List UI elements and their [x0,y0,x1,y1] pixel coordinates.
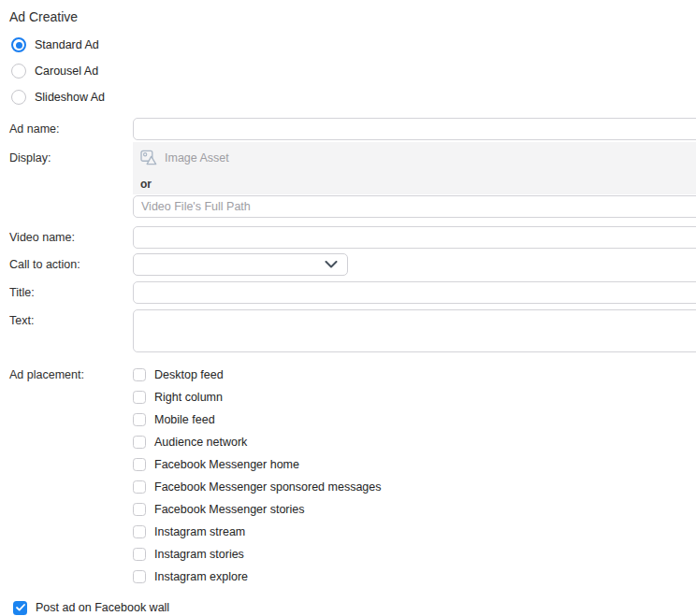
ad-name-input[interactable] [133,118,696,140]
text-label: Text: [0,309,133,356]
checkbox-label: Facebook Messenger home [154,458,299,471]
checkbox-fb-messenger-sponsored[interactable]: Facebook Messenger sponsored messages [133,480,696,494]
checkbox-label: Mobile feed [154,413,215,426]
checkbox-label: Right column [154,391,223,404]
radio-button-icon[interactable] [11,90,26,105]
text-input[interactable] [133,309,696,352]
checkbox-icon[interactable] [133,368,146,381]
checkbox-fb-messenger-home[interactable]: Facebook Messenger home [133,457,696,471]
checkbox-icon[interactable] [133,570,146,583]
checkbox-label: Instagram explore [154,570,248,583]
checkbox-label: Audience network [154,436,247,449]
checkbox-icon[interactable] [133,480,146,494]
radio-carousel-ad[interactable]: Carousel Ad [11,64,696,79]
checkbox-icon[interactable] [133,503,146,516]
call-to-action-row: Call to action: [0,253,696,276]
checkbox-instagram-stream[interactable]: Instagram stream [133,524,696,538]
checkbox-instagram-explore[interactable]: Instagram explore [133,569,696,583]
image-asset-panel: Image Asset or [133,142,696,194]
checkmark-icon [16,604,25,611]
ad-placement-row: Ad placement: Desktop feed Right column … [0,367,696,592]
checkbox-label: Facebook Messenger sponsored messages [154,480,382,494]
video-name-row: Video name: [0,226,696,249]
checkbox-icon[interactable] [133,458,146,471]
radio-label: Standard Ad [35,38,99,51]
radio-standard-ad[interactable]: Standard Ad [11,37,696,52]
checkbox-label: Desktop feed [154,368,224,381]
checkbox-label: Facebook Messenger stories [154,503,305,516]
video-path-input[interactable] [133,195,696,218]
chevron-down-icon [325,261,338,268]
checkbox-instagram-stories[interactable]: Instagram stories [133,547,696,561]
checkbox-label: Instagram stream [154,525,245,538]
title-input[interactable] [133,281,696,304]
ad-name-label: Ad name: [0,118,133,140]
ad-name-row: Ad name: [0,118,696,140]
checkbox-icon[interactable] [133,548,146,561]
call-to-action-label: Call to action: [0,253,133,276]
checkbox-mobile-feed[interactable]: Mobile feed [133,412,696,426]
checkbox-icon[interactable] [133,436,146,449]
title-label: Title: [0,281,133,304]
title-row: Title: [0,281,696,304]
call-to-action-select[interactable] [133,253,348,276]
checkbox-audience-network[interactable]: Audience network [133,435,696,449]
video-name-input[interactable] [133,226,696,249]
checkbox-label: Instagram stories [154,548,244,561]
radio-label: Carousel Ad [35,64,98,78]
checkbox-post-ad-facebook-wall[interactable]: Post ad on Facebook wall [13,600,696,615]
ad-creative-form: Ad Creative Standard Ad Carousel Ad Slid… [0,8,696,615]
checkbox-icon[interactable] [133,391,146,404]
radio-button-icon[interactable] [11,37,26,52]
image-asset-button[interactable]: Image Asset [140,150,229,165]
checkbox-icon[interactable] [133,525,146,538]
radio-label: Slideshow Ad [35,91,105,104]
ad-placement-label: Ad placement: [0,367,133,592]
checkbox-desktop-feed[interactable]: Desktop feed [133,367,696,381]
page-title: Ad Creative [9,8,696,25]
or-label: or [140,178,696,191]
radio-button-icon[interactable] [11,64,26,79]
text-row: Text: [0,309,696,356]
checkbox-fb-messenger-stories[interactable]: Facebook Messenger stories [133,502,696,516]
image-asset-icon [140,150,158,165]
checkbox-checked-icon[interactable] [13,601,27,615]
display-label: Display: [0,142,133,218]
image-asset-label: Image Asset [165,151,229,165]
checkbox-icon[interactable] [133,413,146,426]
checkbox-right-column[interactable]: Right column [133,390,696,404]
display-row: Display: Image Asset or [0,142,696,218]
radio-slideshow-ad[interactable]: Slideshow Ad [11,90,696,105]
video-name-label: Video name: [0,226,133,249]
post-ad-label: Post ad on Facebook wall [36,601,169,614]
